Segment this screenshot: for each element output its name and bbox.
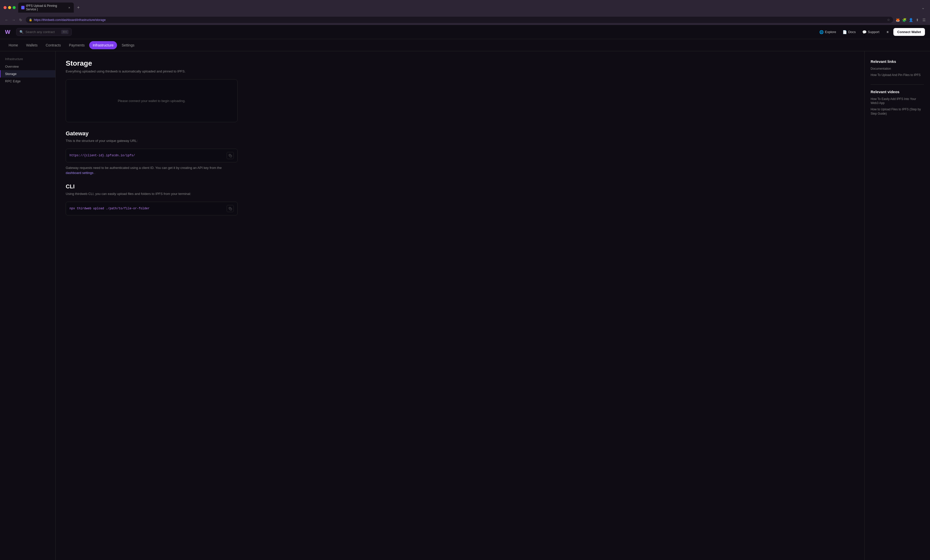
explore-button[interactable]: 🌐 Explore bbox=[817, 29, 839, 35]
browser-tab-active[interactable]: 🌐 IPFS Upload & Pinning Service | ✕ bbox=[18, 3, 74, 12]
sidebar-item-rpc-edge[interactable]: RPC Edge bbox=[0, 78, 55, 85]
browser-menu-icon[interactable]: ☰ bbox=[921, 17, 927, 23]
cli-command-box: npx thirdweb upload ./path/to/file-or-fo… bbox=[66, 202, 237, 215]
app-container: W 🔍 Search any contract ⌘K 🌐 Explore 📄 D… bbox=[0, 25, 930, 560]
browser-titlebar: 🌐 IPFS Upload & Pinning Service | ✕ + ⌄ bbox=[0, 0, 930, 15]
panel-link-how-to-upload[interactable]: How To Upload And Pin Files to IPFS bbox=[871, 73, 924, 77]
upload-box[interactable]: Please connect your wallet to begin uplo… bbox=[66, 79, 237, 122]
main-layout: Infrastructure Overview Storage RPC Edge… bbox=[0, 51, 930, 560]
address-security-icons: 🔒 bbox=[29, 18, 32, 21]
browser-actions: 🦊 🧩 👤 ⬆ ☰ bbox=[895, 17, 927, 23]
browser-tabs: 🌐 IPFS Upload & Pinning Service | ✕ + bbox=[18, 3, 919, 12]
tab-close-button[interactable]: ✕ bbox=[68, 6, 71, 9]
gateway-title: Gateway bbox=[66, 130, 237, 137]
page-title: Storage bbox=[66, 59, 237, 68]
panel-link-add-ipfs[interactable]: How To Easily Add IPFS Into Your Web3 Ap… bbox=[871, 97, 924, 106]
cli-copy-button[interactable] bbox=[227, 205, 234, 212]
search-bar[interactable]: 🔍 Search any contract ⌘K bbox=[16, 28, 72, 36]
relevant-links-title: Relevant links bbox=[871, 59, 924, 64]
gateway-url-box: https://{client-id}.ipfscdn.io/ipfs/ bbox=[66, 149, 237, 163]
globe-icon: 🌐 bbox=[819, 30, 824, 34]
content-area: Storage Everything uploaded using thirdw… bbox=[55, 51, 864, 560]
sidebar-item-label-storage: Storage bbox=[5, 72, 17, 76]
search-icon: 🔍 bbox=[20, 30, 23, 34]
traffic-light-minimize[interactable] bbox=[8, 6, 11, 9]
tab-label: IPFS Upload & Pinning Service | bbox=[26, 4, 66, 11]
top-nav: W 🔍 Search any contract ⌘K 🌐 Explore 📄 D… bbox=[0, 25, 930, 39]
address-url-display: https://thirdweb.com/dashboard/infrastru… bbox=[34, 18, 885, 22]
sidebar-item-label-overview: Overview bbox=[5, 64, 19, 68]
right-panel: Relevant links Documentation How To Uplo… bbox=[864, 51, 930, 560]
firefox-icon: 🦊 bbox=[895, 17, 900, 23]
traffic-light-close[interactable] bbox=[3, 6, 6, 9]
bookmark-icon[interactable]: ☆ bbox=[887, 18, 890, 22]
nav-back-button[interactable]: ← bbox=[3, 17, 9, 23]
search-keyboard-shortcut: ⌘K bbox=[61, 30, 68, 34]
logo-text: W bbox=[5, 29, 10, 35]
gateway-section: Gateway This is the structure of your un… bbox=[66, 130, 237, 175]
sidebar-section-label: Infrastructure bbox=[0, 56, 55, 63]
search-placeholder-text: Search any contract bbox=[26, 30, 59, 34]
page-description: Everything uploaded using thirdweb is au… bbox=[66, 69, 237, 73]
browser-chrome: 🌐 IPFS Upload & Pinning Service | ✕ + ⌄ … bbox=[0, 0, 930, 25]
panel-link-documentation[interactable]: Documentation bbox=[871, 67, 924, 71]
tab-favicon: 🌐 bbox=[21, 6, 25, 9]
nav-forward-button[interactable]: → bbox=[11, 17, 17, 23]
nav-item-home[interactable]: Home bbox=[5, 41, 22, 49]
nav-actions: 🌐 Explore 📄 Docs 💬 Support ☀ Connect Wal… bbox=[817, 28, 925, 36]
cli-command-text: npx thirdweb upload ./path/to/file-or-fo… bbox=[69, 207, 225, 210]
profile-icon[interactable]: 👤 bbox=[908, 17, 913, 23]
nav-item-contracts[interactable]: Contracts bbox=[42, 41, 65, 49]
browser-menu-icon[interactable]: ⌄ bbox=[921, 5, 927, 10]
theme-toggle-button[interactable]: ☀ bbox=[884, 29, 892, 35]
relevant-videos-title: Relevant videos bbox=[871, 90, 924, 94]
extensions-icon[interactable]: 🧩 bbox=[902, 17, 907, 23]
browser-addressbar: ← → ↻ 🔒 https://thirdweb.com/dashboard/i… bbox=[0, 15, 930, 25]
traffic-lights bbox=[3, 6, 16, 9]
nav-item-infrastructure[interactable]: Infrastructure bbox=[89, 41, 117, 49]
gateway-url-text: https://{client-id}.ipfscdn.io/ipfs/ bbox=[69, 154, 225, 157]
sidebar-item-storage[interactable]: Storage bbox=[0, 70, 55, 78]
gateway-copy-button[interactable] bbox=[227, 152, 234, 159]
cli-title: CLI bbox=[66, 183, 237, 190]
logo[interactable]: W bbox=[5, 29, 10, 35]
nav-item-payments[interactable]: Payments bbox=[65, 41, 88, 49]
sidebar: Infrastructure Overview Storage RPC Edge bbox=[0, 51, 55, 560]
support-button[interactable]: 💬 Support bbox=[860, 29, 882, 35]
shield-icon: 🔒 bbox=[29, 18, 32, 21]
dashboard-settings-link[interactable]: dashboard settings bbox=[66, 171, 94, 175]
new-tab-button[interactable]: + bbox=[75, 4, 82, 11]
sun-icon: ☀ bbox=[886, 30, 889, 34]
gateway-description: This is the structure of your unique gat… bbox=[66, 139, 237, 143]
share-icon[interactable]: ⬆ bbox=[915, 17, 920, 23]
support-icon: 💬 bbox=[862, 30, 867, 34]
address-bar[interactable]: 🔒 https://thirdweb.com/dashboard/infrast… bbox=[26, 17, 893, 23]
cli-section: CLI Using thirdweb CLI, you can easily u… bbox=[66, 183, 237, 215]
sidebar-item-label-rpc: RPC Edge bbox=[5, 79, 20, 83]
nav-buttons: ← → ↻ bbox=[3, 17, 24, 23]
cli-description: Using thirdweb CLI, you can easily uploa… bbox=[66, 192, 237, 196]
docs-icon: 📄 bbox=[842, 30, 847, 34]
panel-link-upload-files[interactable]: How to Upload Files to IPFS (Step by Ste… bbox=[871, 107, 924, 116]
upload-placeholder-text: Please connect your wallet to begin uplo… bbox=[118, 99, 185, 103]
content-inner: Storage Everything uploaded using thirdw… bbox=[66, 59, 237, 215]
gateway-auth-description: Gateway requests need to be authenticate… bbox=[66, 166, 237, 175]
nav-refresh-button[interactable]: ↻ bbox=[18, 17, 24, 23]
secondary-nav: Home Wallets Contracts Payments Infrastr… bbox=[0, 39, 930, 51]
nav-item-wallets[interactable]: Wallets bbox=[23, 41, 41, 49]
relevant-links-section: Relevant links Documentation How To Uplo… bbox=[871, 59, 924, 77]
svg-rect-0 bbox=[230, 155, 231, 157]
traffic-light-maximize[interactable] bbox=[12, 6, 16, 9]
relevant-videos-section: Relevant videos How To Easily Add IPFS I… bbox=[871, 90, 924, 116]
svg-rect-1 bbox=[230, 208, 231, 210]
sidebar-item-overview[interactable]: Overview bbox=[0, 63, 55, 70]
nav-item-settings[interactable]: Settings bbox=[118, 41, 138, 49]
docs-button[interactable]: 📄 Docs bbox=[840, 29, 858, 35]
connect-wallet-button[interactable]: Connect Wallet bbox=[893, 28, 925, 36]
